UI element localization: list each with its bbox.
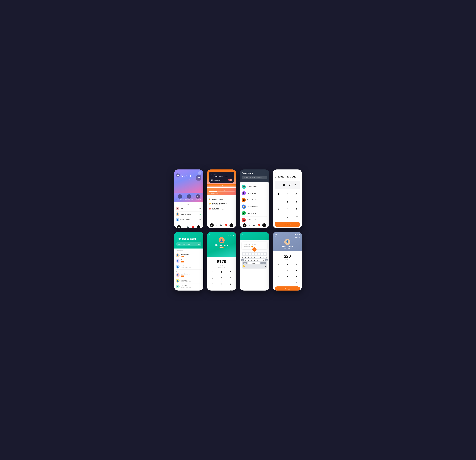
key-u[interactable]: u <box>258 253 260 255</box>
key-9[interactable]: 9 <box>292 206 300 212</box>
list-item[interactable]: 🔒 Change PIN Code <box>209 197 235 201</box>
key-shift[interactable]: ⇧ <box>241 259 244 261</box>
camera-nav-icon[interactable]: 📷 <box>187 226 189 228</box>
key-8[interactable]: 8 <box>218 282 226 287</box>
key-delete[interactable]: ⌫ <box>292 214 300 220</box>
mic-icon[interactable]: 🎤 <box>264 265 266 267</box>
back-arrow[interactable]: ← <box>209 234 211 236</box>
key-dot[interactable]: . <box>209 288 217 291</box>
my-card-topup-btn[interactable]: ⬇ My Card Top Up <box>176 194 184 200</box>
list-item[interactable]: 💳 Transfer to Card <box>242 184 267 190</box>
key-f[interactable]: f <box>250 256 253 258</box>
key-3[interactable]: 3 <box>226 270 235 275</box>
key-k[interactable]: k <box>262 256 265 258</box>
key-s[interactable]: s <box>244 256 246 258</box>
key-z[interactable]: z <box>244 259 246 261</box>
mobile-topup-btn[interactable]: ■ Mobile Top Up <box>195 194 201 200</box>
list-item[interactable]: 🏛 Payment in Ukraine <box>242 197 267 203</box>
list-item[interactable]: 🏠 Utilities & Internet <box>242 203 267 210</box>
camera-nav-icon[interactable]: 📷 <box>220 224 222 226</box>
home-nav-icon[interactable]: 🏠 <box>243 223 246 227</box>
key-return[interactable]: Return <box>261 262 266 264</box>
key-5[interactable]: 5 <box>218 276 226 281</box>
key-5[interactable]: 5 <box>283 199 291 205</box>
key-i[interactable]: i <box>261 253 263 255</box>
list-item[interactable]: ⚠ Traffic Tickets <box>242 217 267 222</box>
key-a[interactable]: a <box>241 256 244 258</box>
key-1[interactable]: 1 <box>275 191 282 197</box>
key-2[interactable]: 2 <box>283 262 291 267</box>
gift-nav-icon[interactable]: 🎁 <box>192 226 194 228</box>
gift-nav-icon[interactable]: 🎁 <box>224 224 227 226</box>
key-7[interactable]: 7 <box>209 282 217 287</box>
key-3[interactable]: 3 <box>292 262 300 267</box>
continue-button[interactable]: Continue <box>275 222 300 227</box>
home-nav-icon[interactable]: 🏠 <box>177 225 181 228</box>
key-space[interactable]: space <box>248 262 260 264</box>
key-y[interactable]: y <box>255 253 257 255</box>
key-p[interactable]: p <box>267 253 269 255</box>
search-bar[interactable]: 🔍 Search by history & contacts <box>242 176 267 179</box>
key-c[interactable]: c <box>250 259 253 261</box>
back-arrow[interactable]: ← <box>176 234 201 236</box>
back-arrow[interactable]: ← <box>275 235 277 238</box>
back-arrow[interactable]: ← <box>275 172 300 174</box>
plus-nav-icon[interactable]: + <box>216 224 217 226</box>
profile-nav-icon[interactable]: P <box>196 225 200 228</box>
list-item[interactable]: 👤 Anna Nelson mono <box>176 252 202 258</box>
key-delete[interactable]: ⌫ <box>226 288 235 291</box>
key-j[interactable]: j <box>259 256 262 258</box>
key-0[interactable]: 0 <box>283 280 291 285</box>
key-q[interactable]: q <box>240 253 242 255</box>
gift-nav-icon[interactable]: 🎁 <box>257 224 260 226</box>
key-dot[interactable]: . <box>275 280 283 285</box>
list-item[interactable]: 👤 Sarah Stewart 5375 4141 0001 6400 <box>176 264 202 270</box>
key-r[interactable]: r <box>249 253 251 255</box>
key-l[interactable]: l <box>265 256 268 258</box>
camera-nav-icon[interactable]: 📷 <box>252 224 255 226</box>
key-delete[interactable]: ⌫ <box>292 280 300 285</box>
key-g[interactable]: g <box>253 256 256 258</box>
back-arrow[interactable]: ← <box>242 234 267 236</box>
key-6[interactable]: 6 <box>292 199 300 205</box>
key-n[interactable]: n <box>259 259 262 261</box>
key-m[interactable]: m <box>262 259 265 261</box>
key-7[interactable]: 7 <box>275 206 282 212</box>
key-7[interactable]: 7 <box>275 274 283 279</box>
key-4[interactable]: 4 <box>275 199 282 205</box>
key-6[interactable]: 6 <box>226 276 235 281</box>
gear-icon[interactable]: ⚙ <box>198 171 202 175</box>
list-item[interactable]: 👤 Alan Simmons mono <box>176 272 202 278</box>
key-h[interactable]: h <box>256 256 259 258</box>
key-3[interactable]: 3 <box>292 191 300 197</box>
key-9[interactable]: 9 <box>292 274 300 279</box>
add-comment[interactable]: Add comment <box>207 267 236 268</box>
key-2[interactable]: 2 <box>218 270 226 275</box>
emoji-icon[interactable]: 😊 <box>243 265 245 267</box>
key-4[interactable]: 4 <box>209 276 217 281</box>
key-1[interactable]: 1 <box>275 262 283 267</box>
key-8[interactable]: 8 <box>283 274 291 279</box>
key-8[interactable]: 8 <box>283 206 291 212</box>
topup-button[interactable]: Top Up <box>275 286 300 291</box>
key-v[interactable]: v <box>253 259 256 261</box>
key-b[interactable]: b <box>256 259 259 261</box>
key-d[interactable]: d <box>247 256 250 258</box>
key-9[interactable]: 9 <box>226 282 235 287</box>
profile-nav-icon[interactable]: P <box>262 223 266 227</box>
home-nav-icon[interactable]: 🏠 <box>210 223 214 227</box>
list-item[interactable]: 🔑 Set Up PIN Code Request Don't ask up t… <box>209 201 235 206</box>
key-123[interactable]: 123 <box>243 262 247 264</box>
list-item[interactable]: 📱 Mobile Top Up <box>242 190 267 197</box>
profile-nav-icon[interactable]: P <box>230 223 233 227</box>
key-1[interactable]: 1 <box>209 270 217 275</box>
list-item[interactable]: 🏛 Taxes & Fees <box>242 210 267 217</box>
key-w[interactable]: w <box>243 253 245 255</box>
key-2[interactable]: 2 <box>283 191 291 197</box>
list-item[interactable]: 🚫 Block Card You can unblock it anytime <box>209 206 235 211</box>
key-t[interactable]: t <box>252 253 254 255</box>
plus-nav-icon[interactable]: + <box>183 226 184 228</box>
send-check-button[interactable]: ✓ <box>252 247 256 251</box>
key-0[interactable]: 0 <box>218 288 226 291</box>
list-item[interactable]: 👤 Marie Hall 5375 4141 0001 6400 <box>176 278 202 284</box>
